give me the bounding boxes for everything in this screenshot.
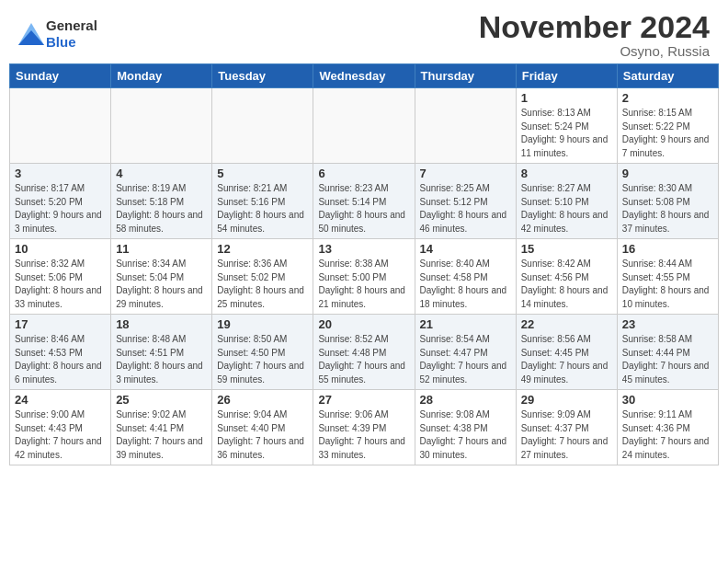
day-number: 20 <box>318 317 409 331</box>
header-monday: Monday <box>111 64 212 88</box>
table-row: 17Sunrise: 8:46 AM Sunset: 4:53 PM Dayli… <box>10 315 111 390</box>
day-info: Sunrise: 8:42 AM Sunset: 4:56 PM Dayligh… <box>521 258 612 311</box>
day-info: Sunrise: 9:11 AM Sunset: 4:36 PM Dayligh… <box>622 408 713 462</box>
day-info: Sunrise: 8:13 AM Sunset: 5:24 PM Dayligh… <box>521 107 612 160</box>
logo-general: General <box>46 17 97 33</box>
day-info: Sunrise: 9:04 AM Sunset: 4:40 PM Dayligh… <box>217 408 308 462</box>
table-row: 9Sunrise: 8:30 AM Sunset: 5:08 PM Daylig… <box>617 164 718 239</box>
day-info: Sunrise: 8:15 AM Sunset: 5:22 PM Dayligh… <box>622 107 713 160</box>
header-sunday: Sunday <box>10 64 111 88</box>
table-row: 14Sunrise: 8:40 AM Sunset: 4:58 PM Dayli… <box>415 239 516 315</box>
table-row: 23Sunrise: 8:58 AM Sunset: 4:44 PM Dayli… <box>617 315 718 390</box>
table-row: 1Sunrise: 8:13 AM Sunset: 5:24 PM Daylig… <box>516 88 617 164</box>
table-row <box>415 88 516 164</box>
calendar-row-5: 24Sunrise: 9:00 AM Sunset: 4:43 PM Dayli… <box>10 390 719 465</box>
day-number: 22 <box>521 317 612 331</box>
table-row: 20Sunrise: 8:52 AM Sunset: 4:48 PM Dayli… <box>313 315 415 390</box>
table-row: 10Sunrise: 8:32 AM Sunset: 5:06 PM Dayli… <box>10 239 111 315</box>
day-number: 19 <box>217 317 308 331</box>
table-row <box>313 88 415 164</box>
table-row <box>212 88 313 164</box>
day-info: Sunrise: 8:32 AM Sunset: 5:06 PM Dayligh… <box>15 258 106 311</box>
day-info: Sunrise: 8:21 AM Sunset: 5:16 PM Dayligh… <box>217 182 308 236</box>
logo: General Blue <box>18 17 97 51</box>
table-row: 4Sunrise: 8:19 AM Sunset: 5:18 PM Daylig… <box>111 164 212 239</box>
calendar-table: Sunday Monday Tuesday Wednesday Thursday… <box>9 63 719 465</box>
logo-blue: Blue <box>46 34 76 50</box>
calendar-row-1: 1Sunrise: 8:13 AM Sunset: 5:24 PM Daylig… <box>10 88 719 164</box>
day-info: Sunrise: 8:38 AM Sunset: 5:00 PM Dayligh… <box>318 258 409 311</box>
day-number: 6 <box>318 167 409 180</box>
day-info: Sunrise: 8:40 AM Sunset: 4:58 PM Dayligh… <box>420 258 511 311</box>
title-section: November 2024 Osyno, Russia <box>479 9 710 59</box>
table-row: 26Sunrise: 9:04 AM Sunset: 4:40 PM Dayli… <box>212 390 313 465</box>
table-row: 25Sunrise: 9:02 AM Sunset: 4:41 PM Dayli… <box>111 390 212 465</box>
table-row <box>111 88 212 164</box>
day-info: Sunrise: 8:17 AM Sunset: 5:20 PM Dayligh… <box>15 182 106 236</box>
day-number: 26 <box>217 393 308 407</box>
day-number: 21 <box>420 317 511 331</box>
day-info: Sunrise: 8:19 AM Sunset: 5:18 PM Dayligh… <box>116 182 207 236</box>
day-number: 25 <box>116 393 207 407</box>
table-row: 28Sunrise: 9:08 AM Sunset: 4:38 PM Dayli… <box>415 390 516 465</box>
logo-icon <box>18 23 44 45</box>
day-number: 5 <box>217 167 308 180</box>
header-thursday: Thursday <box>415 64 516 88</box>
day-info: Sunrise: 8:58 AM Sunset: 4:44 PM Dayligh… <box>622 333 713 386</box>
table-row: 6Sunrise: 8:23 AM Sunset: 5:14 PM Daylig… <box>313 164 415 239</box>
calendar-row-4: 17Sunrise: 8:46 AM Sunset: 4:53 PM Dayli… <box>10 315 719 390</box>
day-number: 3 <box>15 167 106 180</box>
day-number: 23 <box>622 317 713 331</box>
table-row: 12Sunrise: 8:36 AM Sunset: 5:02 PM Dayli… <box>212 239 313 315</box>
day-info: Sunrise: 9:02 AM Sunset: 4:41 PM Dayligh… <box>116 408 207 462</box>
header-saturday: Saturday <box>617 64 718 88</box>
table-row: 22Sunrise: 8:56 AM Sunset: 4:45 PM Dayli… <box>516 315 617 390</box>
day-number: 1 <box>521 91 612 105</box>
day-info: Sunrise: 9:00 AM Sunset: 4:43 PM Dayligh… <box>15 408 106 462</box>
table-row: 18Sunrise: 8:48 AM Sunset: 4:51 PM Dayli… <box>111 315 212 390</box>
day-info: Sunrise: 8:56 AM Sunset: 4:45 PM Dayligh… <box>521 333 612 386</box>
day-info: Sunrise: 8:48 AM Sunset: 4:51 PM Dayligh… <box>116 333 207 386</box>
day-info: Sunrise: 8:27 AM Sunset: 5:10 PM Dayligh… <box>521 182 612 236</box>
day-number: 14 <box>420 242 511 256</box>
day-number: 17 <box>15 317 106 331</box>
day-number: 7 <box>420 167 511 180</box>
calendar-row-2: 3Sunrise: 8:17 AM Sunset: 5:20 PM Daylig… <box>10 164 719 239</box>
day-number: 28 <box>420 393 511 407</box>
header-tuesday: Tuesday <box>212 64 313 88</box>
day-info: Sunrise: 8:54 AM Sunset: 4:47 PM Dayligh… <box>420 333 511 386</box>
day-info: Sunrise: 8:50 AM Sunset: 4:50 PM Dayligh… <box>217 333 308 386</box>
day-info: Sunrise: 8:36 AM Sunset: 5:02 PM Dayligh… <box>217 258 308 311</box>
day-info: Sunrise: 8:34 AM Sunset: 5:04 PM Dayligh… <box>116 258 207 311</box>
table-row: 8Sunrise: 8:27 AM Sunset: 5:10 PM Daylig… <box>516 164 617 239</box>
day-number: 18 <box>116 317 207 331</box>
day-info: Sunrise: 8:30 AM Sunset: 5:08 PM Dayligh… <box>622 182 713 236</box>
day-number: 11 <box>116 242 207 256</box>
day-info: Sunrise: 8:23 AM Sunset: 5:14 PM Dayligh… <box>318 182 409 236</box>
day-number: 27 <box>318 393 409 407</box>
table-row: 5Sunrise: 8:21 AM Sunset: 5:16 PM Daylig… <box>212 164 313 239</box>
table-row: 24Sunrise: 9:00 AM Sunset: 4:43 PM Dayli… <box>10 390 111 465</box>
day-info: Sunrise: 8:52 AM Sunset: 4:48 PM Dayligh… <box>318 333 409 386</box>
day-info: Sunrise: 9:08 AM Sunset: 4:38 PM Dayligh… <box>420 408 511 462</box>
day-number: 13 <box>318 242 409 256</box>
calendar-row-3: 10Sunrise: 8:32 AM Sunset: 5:06 PM Dayli… <box>10 239 719 315</box>
header-friday: Friday <box>516 64 617 88</box>
day-number: 16 <box>622 242 713 256</box>
day-number: 9 <box>622 167 713 180</box>
calendar-header-row: Sunday Monday Tuesday Wednesday Thursday… <box>10 64 719 88</box>
page-header: General Blue November 2024 Osyno, Russia <box>0 0 728 63</box>
table-row: 2Sunrise: 8:15 AM Sunset: 5:22 PM Daylig… <box>617 88 718 164</box>
day-number: 15 <box>521 242 612 256</box>
day-info: Sunrise: 8:25 AM Sunset: 5:12 PM Dayligh… <box>420 182 511 236</box>
day-number: 2 <box>622 91 713 105</box>
table-row: 16Sunrise: 8:44 AM Sunset: 4:55 PM Dayli… <box>617 239 718 315</box>
month-title: November 2024 <box>479 9 710 45</box>
table-row: 13Sunrise: 8:38 AM Sunset: 5:00 PM Dayli… <box>313 239 415 315</box>
day-number: 10 <box>15 242 106 256</box>
table-row: 29Sunrise: 9:09 AM Sunset: 4:37 PM Dayli… <box>516 390 617 465</box>
table-row: 3Sunrise: 8:17 AM Sunset: 5:20 PM Daylig… <box>10 164 111 239</box>
day-info: Sunrise: 9:09 AM Sunset: 4:37 PM Dayligh… <box>521 408 612 462</box>
table-row: 7Sunrise: 8:25 AM Sunset: 5:12 PM Daylig… <box>415 164 516 239</box>
table-row: 11Sunrise: 8:34 AM Sunset: 5:04 PM Dayli… <box>111 239 212 315</box>
